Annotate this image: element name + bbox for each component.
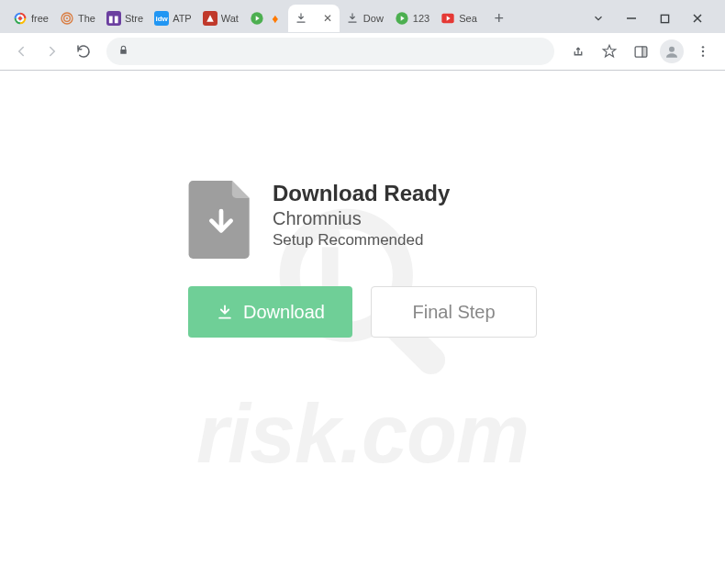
toolbar xyxy=(0,33,725,70)
menu-button[interactable] xyxy=(688,37,718,66)
svg-point-15 xyxy=(702,54,704,56)
sidepanel-icon[interactable] xyxy=(626,37,655,66)
blue-icon: idw xyxy=(154,11,169,26)
play-icon xyxy=(395,11,409,26)
tab-3[interactable]: idw ATP xyxy=(149,5,197,32)
svg-point-13 xyxy=(702,46,704,48)
download-arrow-icon xyxy=(216,303,234,321)
tab-6-active[interactable]: ✕ xyxy=(288,5,340,32)
final-step-button[interactable]: Final Step xyxy=(371,286,537,338)
download-button-label: Download xyxy=(243,302,325,323)
download-icon xyxy=(294,11,308,26)
svg-point-4 xyxy=(66,17,68,19)
tab-label: free xyxy=(31,13,49,24)
redplay-icon xyxy=(441,11,455,26)
download-icon xyxy=(345,11,360,26)
profile-button[interactable] xyxy=(657,37,686,66)
recommended-text: Setup Recommended xyxy=(273,231,450,250)
tab-4[interactable]: Wat xyxy=(197,5,244,32)
svg-rect-8 xyxy=(661,15,668,22)
red-icon xyxy=(203,11,218,26)
tab-strip: free The ▮▮ Stre idw ATP Wat ♦ ✕ D xyxy=(0,0,725,33)
tab-label: The xyxy=(78,13,95,24)
svg-rect-9 xyxy=(120,50,127,54)
tab-label: Stre xyxy=(125,13,143,24)
tab-2[interactable]: ▮▮ Stre xyxy=(101,5,149,32)
page-title: Download Ready xyxy=(273,181,450,206)
bookmark-icon[interactable] xyxy=(595,37,624,66)
file-download-icon xyxy=(188,181,254,259)
google-icon xyxy=(13,11,28,26)
share-icon[interactable] xyxy=(563,37,593,66)
tab-9[interactable]: Sea xyxy=(435,5,483,32)
download-button[interactable]: Download xyxy=(188,286,352,338)
tab-1[interactable]: The xyxy=(54,5,101,32)
play-icon xyxy=(250,11,264,26)
back-button[interactable] xyxy=(7,38,35,65)
tab-7[interactable]: Dow xyxy=(340,5,389,32)
product-name: Chromnius xyxy=(273,208,450,229)
tab-label: 123 xyxy=(413,13,429,24)
tab-label: Sea xyxy=(459,13,477,24)
tab-8[interactable]: 123 xyxy=(389,5,435,32)
tab-label: ATP xyxy=(173,13,192,24)
page-content: risk.com Download Ready Chromnius Setup … xyxy=(0,71,725,588)
final-step-label: Final Step xyxy=(412,302,495,323)
tab-5[interactable]: ♦ xyxy=(244,5,288,32)
flame-icon: ♦ xyxy=(268,11,283,26)
lock-icon xyxy=(117,43,130,60)
minimize-button[interactable] xyxy=(619,6,644,31)
svg-rect-11 xyxy=(641,46,646,56)
tab-label: Wat xyxy=(221,13,239,24)
maximize-button[interactable] xyxy=(652,6,677,31)
spiral-icon xyxy=(60,11,74,26)
address-bar[interactable] xyxy=(106,38,554,65)
svg-point-1 xyxy=(18,17,22,20)
tab-0[interactable]: free xyxy=(7,5,54,32)
tab-close-icon[interactable]: ✕ xyxy=(321,12,334,25)
new-tab-button[interactable]: + xyxy=(486,6,512,31)
forward-button[interactable] xyxy=(39,38,66,65)
reload-button[interactable] xyxy=(70,38,97,65)
tab-label: Dow xyxy=(363,13,384,24)
svg-point-14 xyxy=(702,50,704,52)
chevron-down-icon[interactable] xyxy=(586,6,611,31)
close-button[interactable] xyxy=(685,6,710,31)
svg-point-12 xyxy=(669,47,675,52)
download-panel: Download Ready Chromnius Setup Recommend… xyxy=(188,181,537,588)
purple-icon: ▮▮ xyxy=(106,11,121,26)
